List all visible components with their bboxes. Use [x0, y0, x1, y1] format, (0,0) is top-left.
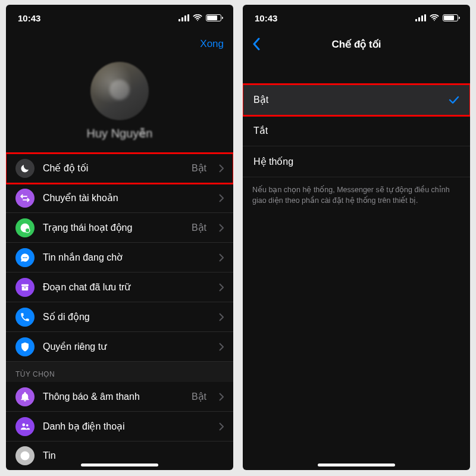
row-contacts[interactable]: Danh bạ điện thoại [6, 412, 233, 441]
row-label: Đoạn chat đã lưu trữ [43, 281, 206, 293]
option-system[interactable]: Hệ thống [243, 146, 470, 177]
svg-point-3 [25, 228, 29, 233]
moon-icon [15, 159, 35, 178]
status-bar: 10:43 [243, 5, 470, 31]
row-label: Chế độ tối [43, 162, 183, 174]
row-value: Bật [192, 391, 206, 402]
phone-icon [15, 308, 35, 327]
wifi-icon [430, 14, 439, 21]
check-icon [449, 96, 459, 104]
row-active-status[interactable]: Trạng thái hoạt động Bật [6, 213, 233, 243]
row-label: Số di động [43, 311, 206, 322]
phone-left: 10:43 Xong Huy Nguyễn [6, 5, 233, 470]
row-mobile-number[interactable]: Số di động [6, 302, 233, 332]
status-time: 10:43 [18, 13, 40, 23]
status-bar: 10:43 [6, 5, 233, 31]
row-privacy[interactable]: Quyền riêng tư [6, 332, 233, 362]
option-on[interactable]: Bật [243, 84, 470, 115]
status-right [415, 14, 458, 21]
avatar[interactable] [90, 62, 149, 120]
svg-rect-7 [21, 284, 29, 286]
shield-icon [15, 337, 35, 356]
nav-bar: Xong [6, 31, 233, 57]
page-title: Chế độ tối [243, 38, 470, 51]
svg-point-13 [434, 20, 435, 21]
svg-point-6 [26, 257, 27, 258]
battery-icon [206, 14, 221, 21]
svg-rect-9 [24, 287, 26, 289]
home-indicator[interactable] [318, 464, 395, 466]
row-value: Bật [192, 222, 206, 233]
archive-icon [15, 278, 35, 297]
svg-point-10 [22, 423, 25, 426]
svg-point-12 [21, 452, 30, 461]
svg-point-4 [23, 257, 24, 258]
profile-header: Huy Nguyễn [6, 57, 233, 154]
settings-list: Chế độ tối Bật Chuyển tài khoản [6, 154, 233, 465]
option-label: Tắt [253, 125, 268, 136]
chevron-right-icon [218, 393, 224, 401]
wifi-icon [193, 14, 202, 21]
bell-icon [15, 387, 35, 406]
row-label: Thông báo & âm thanh [43, 392, 183, 402]
row-notifications[interactable]: Thông báo & âm thanh Bật [6, 382, 233, 412]
row-tin[interactable]: Tin [6, 441, 233, 465]
option-off[interactable]: Tắt [243, 115, 470, 146]
row-label: Trạng thái hoạt động [43, 222, 183, 233]
chat-icon [15, 248, 35, 267]
row-switch-account[interactable]: Chuyển tài khoản [6, 183, 233, 213]
row-label: Chuyển tài khoản [43, 192, 206, 203]
chevron-right-icon [218, 253, 224, 262]
battery-icon [443, 14, 458, 21]
row-label: Tin nhắn đang chờ [43, 252, 206, 263]
signal-icon [415, 14, 426, 21]
home-indicator[interactable] [81, 464, 158, 466]
svg-point-5 [24, 257, 26, 258]
svg-point-11 [26, 424, 29, 426]
row-label: Quyền riêng tư [43, 341, 206, 352]
screenshot-pair: 10:43 Xong Huy Nguyễn [6, 5, 470, 470]
row-archived-chats[interactable]: Đoạn chat đã lưu trữ [6, 273, 233, 302]
chevron-right-icon [218, 343, 224, 351]
option-label: Bật [253, 94, 268, 105]
section-header-options: TÙY CHỌN [6, 362, 233, 382]
people-icon [15, 417, 35, 436]
swap-icon [15, 189, 35, 208]
footnote: Nếu bạn chọn hệ thống, Messenger sẽ tự đ… [243, 177, 470, 213]
row-label: Tin [43, 450, 224, 461]
chevron-right-icon [218, 194, 224, 202]
nav-bar: Chế độ tối [243, 31, 470, 57]
status-time: 10:43 [255, 13, 277, 23]
back-button[interactable] [252, 37, 261, 51]
row-dark-mode[interactable]: Chế độ tối Bật [6, 154, 233, 183]
row-value: Bật [192, 162, 206, 174]
svg-point-0 [197, 20, 198, 21]
status-dot-icon [15, 218, 35, 237]
profile-name: Huy Nguyễn [6, 126, 233, 140]
signal-icon [178, 14, 189, 21]
row-label: Danh bạ điện thoại [43, 421, 206, 432]
chevron-right-icon [218, 422, 224, 431]
chevron-right-icon [218, 283, 224, 292]
done-button[interactable]: Xong [200, 38, 224, 50]
chevron-right-icon [218, 164, 224, 173]
svg-rect-8 [22, 286, 29, 290]
circle-icon [15, 446, 35, 465]
chevron-right-icon [218, 313, 224, 321]
option-label: Hệ thống [253, 156, 293, 167]
phone-right: 10:43 Chế độ tối Bật [243, 5, 470, 470]
status-right [178, 14, 221, 21]
row-waiting-messages[interactable]: Tin nhắn đang chờ [6, 243, 233, 273]
chevron-right-icon [218, 224, 224, 232]
